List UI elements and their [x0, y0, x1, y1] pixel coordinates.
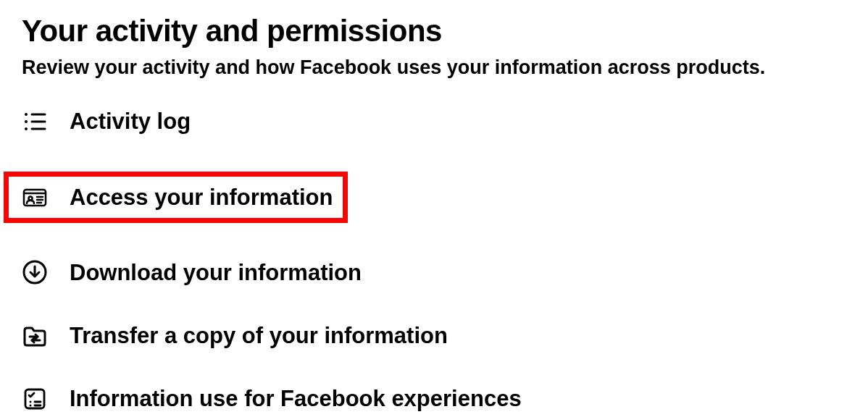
page-subtitle: Review your activity and how Facebook us… — [22, 55, 846, 80]
activity-log-icon — [22, 109, 48, 135]
menu-item-transfer-copy[interactable]: Transfer a copy of your information — [22, 322, 846, 349]
svg-point-18 — [30, 404, 32, 406]
menu-item-information-use[interactable]: Information use for Facebook experiences — [22, 385, 846, 412]
folder-transfer-icon — [22, 323, 48, 349]
svg-point-0 — [25, 113, 28, 116]
menu-item-label: Access your information — [70, 184, 333, 211]
menu-item-label: Transfer a copy of your information — [70, 322, 448, 349]
menu-item-label: Information use for Facebook experiences — [70, 385, 522, 412]
menu-item-access-information[interactable]: Access your information — [4, 172, 348, 223]
download-circle-icon — [22, 259, 48, 285]
id-card-icon — [22, 184, 48, 210]
menu-item-label: Download your information — [70, 259, 362, 286]
svg-point-1 — [25, 120, 28, 123]
menu-item-download-information[interactable]: Download your information — [22, 259, 846, 286]
checklist-icon — [22, 386, 48, 412]
menu-item-activity-log[interactable]: Activity log — [22, 108, 846, 135]
svg-point-2 — [25, 127, 28, 130]
page-title: Your activity and permissions — [22, 13, 846, 49]
menu-item-label: Activity log — [70, 108, 191, 135]
svg-point-17 — [30, 400, 32, 403]
settings-menu: Activity log Access your information Dow — [22, 108, 846, 412]
